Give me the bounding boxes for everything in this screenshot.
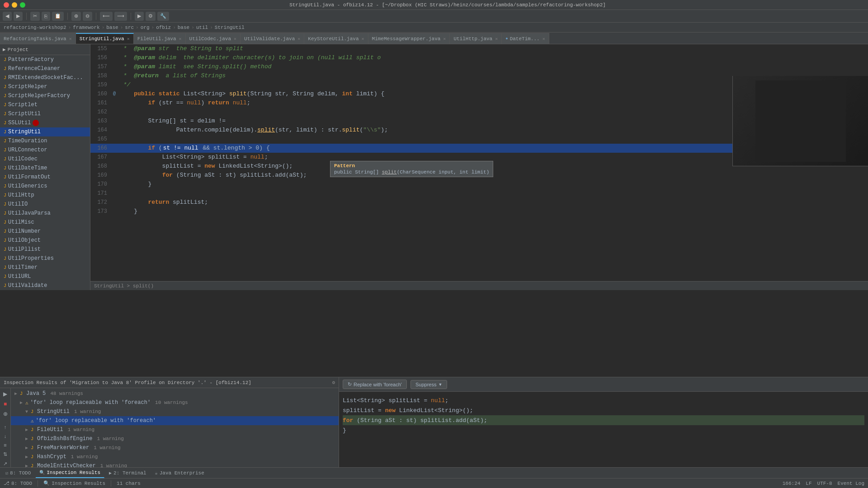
tab-close-icon[interactable]: ✕ — [179, 36, 182, 42]
sidebar-item-timeduration[interactable]: JTimeDuration — [0, 136, 90, 145]
sidebar-item-urlconnector[interactable]: JURLConnector — [0, 145, 90, 155]
panel-settings-icon[interactable]: ⚙ — [332, 380, 335, 385]
sidebar-item-scriptlet[interactable]: JScriptlet — [0, 100, 90, 109]
maximize-button[interactable] — [20, 2, 25, 8]
breadcrumb-item-8[interactable]: StringUtil — [215, 25, 245, 30]
sidebar-item-utilproperties[interactable]: JUtilProperties — [0, 254, 90, 263]
zoom-in-button[interactable]: ⊕ — [71, 12, 81, 21]
file-icon: J — [4, 202, 6, 207]
tab-close-icon[interactable]: ✕ — [69, 36, 72, 42]
tab-utilhttp[interactable]: UtilHttp.java ✕ — [450, 33, 502, 44]
tab-refactoringtasks[interactable]: RefactoringTasks.java ✕ — [0, 33, 76, 44]
tab-utilvalidate[interactable]: UtilValidate.java ✕ — [241, 33, 304, 44]
sidebar-item-utilio[interactable]: JUtilIO — [0, 200, 90, 209]
inspection-fileutil-group[interactable]: ▶ J FileUtil 1 warning — [11, 425, 339, 434]
next-button[interactable]: ↓ — [2, 432, 9, 440]
redo-button[interactable]: ⟶ — [114, 12, 127, 21]
tab-keystoreutil[interactable]: KeyStoreUtil.java ✕ — [304, 33, 368, 44]
minimize-button[interactable] — [12, 2, 17, 8]
inspection-stringutil-group[interactable]: ▼ J StringUtil 1 warning — [11, 407, 339, 416]
tab-mimemessage[interactable]: MimeMessageWrapper.java ✕ — [368, 33, 450, 44]
sidebar-item-utilformatout[interactable]: JUtilFormatOut — [0, 173, 90, 182]
breadcrumb-item-0[interactable]: refactoring-workshop2 — [4, 25, 66, 30]
cut-button[interactable]: ✂ — [30, 12, 40, 21]
tab-close-icon[interactable]: ✕ — [362, 36, 364, 42]
inspection-stringutil-label: StringUtil — [37, 408, 70, 415]
tab-close-icon[interactable]: ✕ — [542, 36, 545, 42]
tab-close-icon[interactable]: ✕ — [297, 36, 300, 42]
sidebar-item-utilnumber[interactable]: JUtilNumber — [0, 227, 90, 236]
sidebar-item-utiljavaparse[interactable]: JUtilJavaParsa — [0, 209, 90, 218]
tab-fileutil[interactable]: FileUtil.java ✕ — [134, 33, 186, 44]
tab-terminal[interactable]: ▶ 2: Terminal — [105, 468, 151, 478]
breadcrumb-item-1[interactable]: framework — [73, 25, 99, 30]
sidebar-item-utilobject[interactable]: JUtilObject — [0, 236, 90, 245]
breadcrumb-item-6[interactable]: base — [178, 25, 189, 30]
sidebar-item-utilcodec[interactable]: JUtilCodec — [0, 155, 90, 164]
tab-java-enterprise[interactable]: ☕ Java Enterprise — [151, 468, 208, 478]
inspection-ofbiz-group[interactable]: ▶ J OfbizBshBsfEngine 1 warning — [11, 434, 339, 443]
inspection-forloop-group[interactable]: ▶ ⚠ 'for' loop replaceable with 'foreach… — [11, 398, 339, 407]
breadcrumb-item-2[interactable]: base — [106, 25, 118, 30]
sidebar-item-scripthelper[interactable]: JScriptHelper — [0, 82, 90, 91]
suppress-button[interactable]: Suppress ▼ — [410, 380, 447, 389]
forward-button[interactable]: ▶ — [14, 12, 23, 21]
inspection-modelentity-group[interactable]: ▶ J ModelEntityChecker 1 warning — [11, 461, 339, 467]
inspection-java5-group[interactable]: ▶ J Java 5 48 warnings — [11, 389, 339, 398]
close-button[interactable] — [4, 2, 9, 8]
sidebar-item-reference-cleaner[interactable]: JReferenceCleaner — [0, 64, 90, 73]
traffic-lights[interactable] — [4, 2, 25, 8]
export-button[interactable]: ↗ — [1, 460, 9, 468]
sidebar-item-rmi[interactable]: JRMIExtendedSocketFac... — [0, 73, 90, 82]
tab-close-icon[interactable]: ✕ — [443, 36, 446, 42]
run-button[interactable]: ▶ — [135, 12, 144, 21]
sidebar-item-utilurl[interactable]: JUtilURL — [0, 272, 90, 281]
sidebar-item-utiltimer[interactable]: JUtilTimer — [0, 263, 90, 272]
inspection-status[interactable]: 🔍 Inspection Results — [43, 480, 105, 486]
tab-inspection-results[interactable]: 🔍 Inspection Results — [36, 468, 104, 478]
sidebar-item-utilhttp[interactable]: JUtilHttp — [0, 191, 90, 200]
tab-utilcodec[interactable]: UtilCodec.java ✕ — [186, 33, 241, 44]
sidebar-item-scripthelperfactory[interactable]: JScriptHelperFactory — [0, 91, 90, 100]
debug-button[interactable]: ⚙ — [146, 12, 156, 21]
tab-todo[interactable]: ☑ 8: TODO — [2, 468, 35, 478]
zoom-out-button[interactable]: ⊖ — [83, 12, 92, 21]
sidebar-item-utilvalidate[interactable]: JUtilValidate — [0, 281, 90, 290]
rerun-button[interactable]: ▶ — [1, 390, 9, 398]
copy-button[interactable]: ⎘ — [42, 12, 50, 21]
inspection-forloop-item[interactable]: ⚠ 'for' loop replaceable with 'foreach' — [11, 416, 339, 425]
sidebar-item-utildatetime[interactable]: JUtilDateTime — [0, 164, 90, 173]
build-button[interactable]: 🔧 — [157, 12, 169, 21]
group-button[interactable]: ≡ — [2, 441, 8, 449]
code-editor[interactable]: 155 * @param str the String to split 156… — [90, 44, 868, 290]
git-status[interactable]: ⎇ 8: TODO — [4, 480, 32, 486]
sidebar-item-scriptutil[interactable]: JScriptUtil — [0, 109, 90, 118]
replace-foreach-button[interactable]: ↻ Replace with 'foreach' — [343, 380, 407, 389]
event-log-button[interactable]: Event Log — [838, 481, 864, 486]
tab-datetime[interactable]: ● DateTim... ✕ — [502, 33, 549, 44]
sidebar-item-stringutil[interactable]: JStringUtil — [0, 127, 90, 136]
paste-button[interactable]: 📋 — [52, 12, 64, 21]
sidebar-item-sslutil[interactable]: JSSLUtil — [0, 118, 90, 127]
sidebar-item-utilmisc[interactable]: JUtilMisc — [0, 218, 90, 227]
back-button[interactable]: ◀ — [3, 12, 12, 21]
breadcrumb-item-4[interactable]: org — [141, 25, 150, 30]
breadcrumb-item-5[interactable]: ofbiz — [156, 25, 171, 30]
tab-close-icon[interactable]: ✕ — [234, 36, 236, 42]
sidebar-item-utilgenerics[interactable]: JUtilGenerics — [0, 182, 90, 191]
encoding-label: UTF-8 — [817, 481, 832, 486]
inspect-button[interactable]: ⊕ — [1, 410, 9, 418]
undo-button[interactable]: ⟵ — [100, 12, 113, 21]
prev-button[interactable]: ↑ — [2, 423, 9, 431]
inspection-hashcrypt-group[interactable]: ▶ J HashCrypt 1 warning — [11, 452, 339, 461]
breadcrumb-item-3[interactable]: src — [125, 25, 134, 30]
tab-close-icon[interactable]: ✕ — [127, 36, 130, 42]
inspection-freemarker-group[interactable]: ▶ J FreeMarkerWorker 1 warning — [11, 443, 339, 452]
tab-stringutil[interactable]: StringUtil.java ✕ — [76, 33, 134, 44]
sidebar-item-utilplist[interactable]: JUtilPllist — [0, 245, 90, 254]
sidebar-item-pattern-factory[interactable]: JPatternFactory — [0, 55, 90, 64]
stop-button[interactable]: ■ — [2, 400, 9, 408]
breadcrumb-item-7[interactable]: util — [196, 25, 208, 30]
tab-close-icon[interactable]: ✕ — [495, 36, 498, 42]
sort-button[interactable]: ⇅ — [1, 450, 9, 458]
